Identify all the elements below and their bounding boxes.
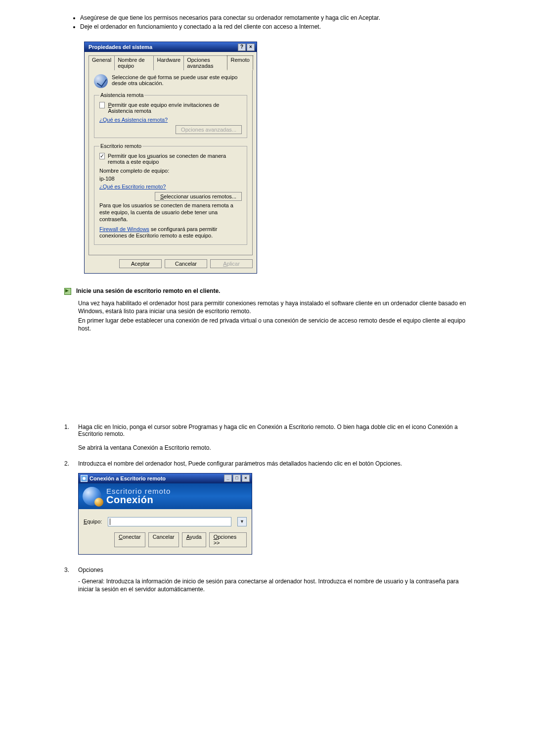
step-2: 2. Introduzca el nombre del ordenador ho… [64,460,470,555]
tab-computer-name[interactable]: Nombre de equipo [114,55,154,70]
remote-desktop-firewall-note: Firewall de Windows se configurará para … [99,226,242,240]
remote-desktop-checkbox[interactable] [99,153,105,159]
intro-bullet-1: Asegúrese de que tiene los permisos nece… [80,14,470,22]
remote-desktop-checkbox-label: Permitir que los usuarios se conecten de… [108,153,242,165]
rdp-app-icon [81,475,88,482]
close-icon[interactable]: × [247,44,255,51]
cancel-button[interactable]: Cancelar [165,259,207,268]
tab-general[interactable]: General [89,55,115,70]
tab-remote-panel: Seleccione de qué forma se puede usar es… [89,70,253,255]
remote-assistance-legend: Asistencia remota [99,92,144,98]
remote-assistance-group: Asistencia remota Permitir que este equi… [94,92,247,138]
remote-desktop-legend: Escritorio remoto [99,143,142,149]
full-computer-name-label: Nombre completo de equipo: [99,168,242,174]
step-1-number: 1. [64,424,78,451]
step-3: 3. Opciones - General: Introduzca la inf… [64,567,470,593]
remote-desktop-password-note: Para que los usuarios se conecten de man… [99,202,242,223]
step-3-number: 3. [64,567,78,593]
help-button[interactable]: Ayuda [182,532,206,547]
step-2-text: Introduzca el nombre del ordenador host,… [78,460,470,467]
rdp-cancel-button[interactable]: Cancelar [148,532,179,547]
section2-para2: En primer lugar debe establecer una cone… [78,317,470,332]
ok-button[interactable]: Aceptar [119,259,162,268]
what-is-remote-desktop-link[interactable]: ¿Qué es Escritorio remoto? [99,184,166,189]
steps-list: 1. Haga clic en Inicio, ponga el cursor … [64,424,470,593]
intro-bullet-list: Asegúrese de que tiene los permisos nece… [71,14,470,31]
apply-button: Aplicar [210,259,253,268]
step-3-text: Opciones [78,567,470,573]
sysprop-titlebar[interactable]: Propiedades del sistema ? × [85,42,257,52]
step-1-text-a: Haga clic en Inicio, ponga el cursor sob… [78,424,470,437]
remote-intro-text: Seleccione de qué forma se puede usar es… [112,74,247,86]
sysprop-tabs: General Nombre de equipo Hardware Opcion… [89,55,253,70]
select-remote-users-button[interactable]: Seleccionar usuarios remotos... [155,192,242,201]
windows-firewall-link[interactable]: Firewall de Windows [99,226,149,232]
minimize-icon[interactable]: _ [224,474,232,482]
connect-button[interactable]: Conectar [114,532,145,547]
remote-overview-icon [94,74,108,88]
rdp-banner: Escritorio remoto Conexión [79,483,252,509]
options-button[interactable]: Opciones >> [209,532,247,547]
what-is-remote-assistance-link[interactable]: ¿Qué es Asistencia remota? [99,117,168,123]
close-icon[interactable]: × [242,474,250,482]
section-bullet-icon [64,288,71,295]
full-computer-name-value: ip-108 [99,176,242,182]
step-2-number: 2. [64,460,78,555]
help-icon[interactable]: ? [238,44,246,51]
remote-desktop-group: Escritorio remoto Permitir que los usuar… [94,143,247,245]
remote-assistance-checkbox-label: Permitir que este equipo envíe invitacio… [108,102,242,114]
tab-advanced[interactable]: Opciones avanzadas [183,55,227,70]
system-properties-window: Propiedades del sistema ? × General Nomb… [84,42,257,274]
rdp-connection-window: Conexión a Escritorio remoto _ □ × Escri… [78,473,252,555]
computer-field-input[interactable] [108,517,231,526]
step-1: 1. Haga clic en Inicio, ponga el cursor … [64,424,470,451]
section2-para1: Una vez haya habilitado el ordenador hos… [78,299,470,315]
step-3-sub: - General: Introduzca la información de … [78,577,470,593]
rdp-titlebar[interactable]: Conexión a Escritorio remoto _ □ × [79,473,252,483]
tab-hardware[interactable]: Hardware [153,55,184,70]
rdp-title-text: Conexión a Escritorio remoto [89,475,223,481]
rdp-banner-line2: Conexión [106,495,171,505]
computer-field-label: Equipo: [84,519,102,524]
step-1-text-b: Se abrirá la ventana Conexión a Escritor… [78,444,470,451]
sysprop-title: Propiedades del sistema [87,44,237,50]
advanced-options-button: Opciones avanzadas... [176,125,242,134]
computer-field-dropdown-icon[interactable]: ▼ [237,517,247,526]
maximize-icon[interactable]: □ [233,474,241,482]
start-rdp-session-heading: Inicie una sesión de escritorio remoto e… [76,287,220,294]
tab-remote[interactable]: Remoto [227,55,253,70]
remote-assistance-checkbox[interactable] [99,102,105,108]
rdp-globe-icon [83,487,101,506]
intro-bullet-2: Deje el ordenador en funcionamiento y co… [80,23,470,31]
rdp-banner-line1: Escritorio remoto [106,487,171,495]
